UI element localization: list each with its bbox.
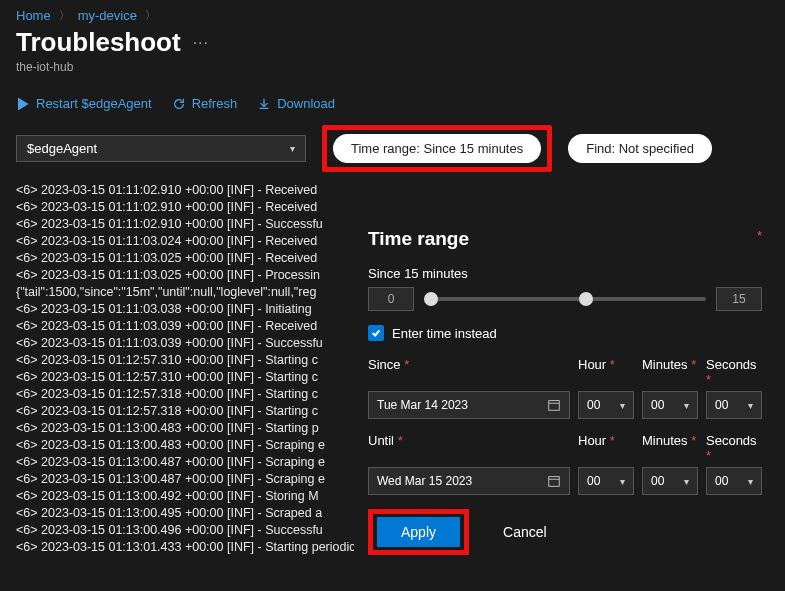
chevron-down-icon: ▾: [620, 476, 625, 487]
download-icon: [257, 97, 271, 111]
since-label: Since: [368, 357, 401, 372]
until-hour-select[interactable]: 00▾: [578, 467, 634, 495]
module-dropdown-value: $edgeAgent: [27, 141, 97, 156]
minutes-label: Minutes: [642, 433, 688, 448]
find-pill[interactable]: Find: Not specified: [568, 134, 712, 163]
hour-label: Hour: [578, 357, 606, 372]
breadcrumb-home[interactable]: Home: [16, 8, 51, 23]
chevron-down-icon: ▾: [620, 400, 625, 411]
check-icon: [371, 328, 381, 338]
svg-marker-0: [19, 98, 28, 109]
chevron-right-icon: 〉: [59, 8, 70, 23]
enter-time-label: Enter time instead: [392, 326, 497, 341]
seconds-label: Seconds: [706, 357, 757, 372]
seconds-label: Seconds: [706, 433, 757, 448]
play-icon: [16, 97, 30, 111]
since-min-select[interactable]: 00▾: [642, 391, 698, 419]
refresh-label: Refresh: [192, 96, 238, 111]
breadcrumb: Home 〉 my-device 〉: [0, 0, 785, 27]
chevron-down-icon: ▾: [748, 400, 753, 411]
time-slider[interactable]: [424, 297, 706, 301]
log-line: <6> 2023-03-15 01:11:02.910 +00:00 [INF]…: [16, 199, 769, 216]
until-label: Until: [368, 433, 394, 448]
hour-label: Hour: [578, 433, 606, 448]
apply-button[interactable]: Apply: [377, 517, 460, 547]
download-label: Download: [277, 96, 335, 111]
breadcrumb-device[interactable]: my-device: [78, 8, 137, 23]
enter-time-checkbox[interactable]: [368, 325, 384, 341]
since-date-value: Tue Mar 14 2023: [377, 398, 468, 412]
module-dropdown[interactable]: $edgeAgent ▾: [16, 135, 306, 162]
log-line: <6> 2023-03-15 01:11:02.910 +00:00 [INF]…: [16, 182, 769, 199]
refresh-icon: [172, 97, 186, 111]
until-date-value: Wed Mar 15 2023: [377, 474, 472, 488]
panel-title: Time range: [368, 228, 469, 250]
chevron-down-icon: ▾: [748, 476, 753, 487]
slider-thumb-end[interactable]: [579, 292, 593, 306]
more-actions-icon[interactable]: ···: [193, 34, 209, 52]
until-min-select[interactable]: 00▾: [642, 467, 698, 495]
restart-button[interactable]: Restart $edgeAgent: [16, 96, 152, 111]
slider-min-box: 0: [368, 287, 414, 311]
page-subtitle: the-iot-hub: [0, 58, 785, 86]
minutes-label: Minutes: [642, 357, 688, 372]
chevron-right-icon: 〉: [145, 8, 156, 23]
chevron-down-icon: ▾: [684, 400, 689, 411]
chevron-down-icon: ▾: [684, 476, 689, 487]
slider-max-box: 15: [716, 287, 762, 311]
calendar-icon: [547, 474, 561, 488]
panel-subtitle: Since 15 minutes: [368, 266, 468, 281]
required-indicator: *: [757, 228, 762, 260]
refresh-button[interactable]: Refresh: [172, 96, 238, 111]
svg-rect-1: [549, 401, 560, 411]
until-date-input[interactable]: Wed Mar 15 2023: [368, 467, 570, 495]
chevron-down-icon: ▾: [290, 143, 295, 154]
restart-label: Restart $edgeAgent: [36, 96, 152, 111]
download-button[interactable]: Download: [257, 96, 335, 111]
until-sec-select[interactable]: 00▾: [706, 467, 762, 495]
timerange-pill[interactable]: Time range: Since 15 minutes: [333, 134, 541, 163]
page-title: Troubleshoot: [16, 27, 181, 58]
since-date-input[interactable]: Tue Mar 14 2023: [368, 391, 570, 419]
toolbar: Restart $edgeAgent Refresh Download: [0, 86, 785, 125]
timerange-panel: Time range * Since 15 minutes 0 15 Enter…: [354, 220, 772, 573]
svg-rect-3: [549, 477, 560, 487]
since-sec-select[interactable]: 00▾: [706, 391, 762, 419]
slider-thumb-start[interactable]: [424, 292, 438, 306]
since-hour-select[interactable]: 00▾: [578, 391, 634, 419]
cancel-button[interactable]: Cancel: [485, 517, 565, 547]
calendar-icon: [547, 398, 561, 412]
